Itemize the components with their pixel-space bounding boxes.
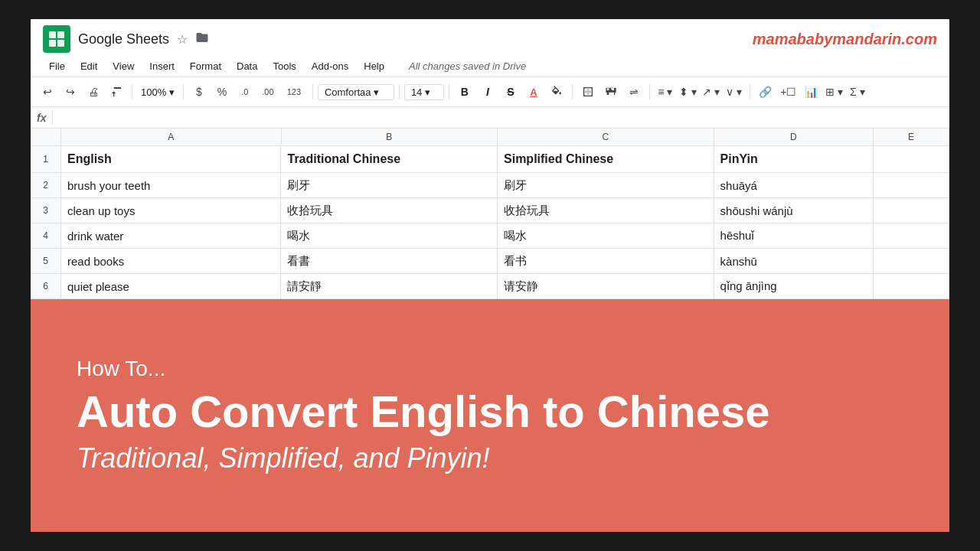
- cell-e2[interactable]: [874, 173, 949, 197]
- col-header-d[interactable]: D: [714, 129, 874, 145]
- cell-e5[interactable]: [874, 249, 949, 273]
- how-to-text: How To...: [77, 357, 903, 381]
- cell-e6[interactable]: [874, 274, 949, 298]
- title-left: Google Sheets ☆: [43, 25, 209, 53]
- row-6: 6 quiet please 請安靜 请安静 qǐng ānjìng: [31, 274, 949, 299]
- cell-c5[interactable]: 看书: [498, 249, 714, 273]
- cell-b5[interactable]: 看書: [281, 249, 498, 273]
- app-title: Google Sheets: [78, 31, 169, 47]
- function-button[interactable]: Σ ▾: [847, 81, 868, 103]
- col-header-b[interactable]: B: [282, 129, 498, 145]
- toolbar: ↩ ↪ 🖨 100% ▾ $ %: [31, 77, 949, 107]
- fx-icon: fx: [37, 112, 46, 124]
- row-num-5: 5: [31, 249, 61, 273]
- spreadsheet-grid: A B C D E 1 English Traditional Chinese …: [31, 129, 949, 299]
- print-button[interactable]: 🖨: [83, 81, 104, 103]
- text-color-button[interactable]: A: [523, 81, 544, 103]
- row-1: 1 English Traditional Chinese Simplified…: [31, 146, 949, 173]
- fill-color-button[interactable]: [546, 81, 567, 103]
- video-container: Google Sheets ☆ mamababymandarin.com Fil…: [31, 19, 949, 532]
- cell-a5[interactable]: read books: [61, 249, 281, 273]
- cell-a4[interactable]: drink water: [61, 223, 281, 248]
- menu-data[interactable]: Data: [230, 57, 263, 75]
- cell-e3[interactable]: [874, 198, 949, 223]
- rotate-text-button[interactable]: ↗ ▾: [701, 81, 722, 103]
- currency-button[interactable]: $: [188, 81, 210, 103]
- menu-bar: File Edit View Insert Format Data Tools …: [31, 56, 949, 77]
- menu-addons[interactable]: Add-ons: [305, 57, 354, 75]
- cell-d4[interactable]: hēshuǐ: [714, 223, 874, 248]
- row-2: 2 brush your teeth 刷牙 刷牙 shuāyá: [31, 173, 949, 198]
- filter-button[interactable]: ⊞ ▾: [824, 81, 845, 103]
- menu-help[interactable]: Help: [358, 57, 390, 75]
- sheets-icon-cell-1: [49, 31, 56, 38]
- cell-b1[interactable]: Traditional Chinese: [281, 146, 498, 172]
- cell-c2[interactable]: 刷牙: [498, 173, 714, 197]
- merge-cells-button[interactable]: [600, 81, 622, 103]
- cell-b3[interactable]: 收拾玩具: [281, 198, 498, 223]
- more-formats-button[interactable]: ∨ ▾: [724, 81, 745, 103]
- font-selector[interactable]: Comfortaa ▾: [318, 84, 394, 100]
- percent-button[interactable]: %: [211, 81, 233, 103]
- cell-c6[interactable]: 请安静: [498, 274, 714, 298]
- cell-b6[interactable]: 請安靜: [281, 274, 498, 298]
- subtitle: Traditional, Simplified, and Pinyin!: [77, 442, 903, 474]
- italic-button[interactable]: I: [477, 81, 498, 103]
- align-vertical-button[interactable]: ⬍ ▾: [678, 81, 699, 103]
- paint-format-button[interactable]: [106, 81, 127, 103]
- sheets-icon-cell-3: [49, 40, 56, 47]
- sep-3: [312, 84, 313, 99]
- title-bar: Google Sheets ☆ mamababymandarin.com: [31, 19, 949, 56]
- cell-d1[interactable]: PinYin: [714, 146, 874, 172]
- font-size-selector[interactable]: 14 ▾: [404, 84, 444, 100]
- col-header-c[interactable]: C: [498, 129, 714, 145]
- menu-file[interactable]: File: [43, 57, 71, 75]
- menu-edit[interactable]: Edit: [74, 57, 103, 75]
- link-button[interactable]: 🔗: [755, 81, 776, 103]
- zoom-selector[interactable]: 100% ▾: [137, 84, 178, 100]
- wrap-text-button[interactable]: ⇌: [623, 81, 645, 103]
- cell-a3[interactable]: clean up toys: [61, 198, 281, 223]
- sheets-icon: [43, 25, 70, 53]
- cell-b4[interactable]: 喝水: [281, 223, 498, 248]
- cell-b2[interactable]: 刷牙: [281, 173, 498, 197]
- menu-format[interactable]: Format: [184, 57, 227, 75]
- cell-c3[interactable]: 收拾玩具: [498, 198, 714, 223]
- decimal-decrease-button[interactable]: .0: [234, 81, 256, 103]
- redo-button[interactable]: ↪: [60, 81, 81, 103]
- align-left-button[interactable]: ≡ ▾: [655, 81, 676, 103]
- cell-d6[interactable]: qǐng ānjìng: [714, 274, 874, 298]
- decimal-increase-button[interactable]: .00: [257, 81, 279, 103]
- cell-d3[interactable]: shōushi wánjù: [714, 198, 874, 223]
- borders-button[interactable]: [577, 81, 599, 103]
- sep-5: [449, 84, 449, 99]
- cell-a1[interactable]: English: [61, 146, 281, 172]
- col-header-a[interactable]: A: [61, 129, 282, 145]
- cell-a2[interactable]: brush your teeth: [61, 173, 281, 197]
- strikethrough-button[interactable]: S: [500, 81, 521, 103]
- menu-tools[interactable]: Tools: [266, 57, 302, 75]
- cell-c1[interactable]: Simplified Chinese: [498, 146, 714, 172]
- cell-e1[interactable]: [874, 146, 949, 172]
- col-header-e[interactable]: E: [874, 129, 949, 145]
- formula-divider: [52, 111, 53, 125]
- cell-e4[interactable]: [874, 223, 949, 248]
- menu-view[interactable]: View: [106, 57, 140, 75]
- font-size-value: 14: [411, 86, 422, 98]
- comment-button[interactable]: +☐: [778, 81, 799, 103]
- cell-d5[interactable]: kànshū: [714, 249, 874, 273]
- menu-insert[interactable]: Insert: [143, 57, 181, 75]
- cell-d2[interactable]: shuāyá: [714, 173, 874, 197]
- format123-button[interactable]: 123: [280, 81, 308, 103]
- cell-a6[interactable]: quiet please: [61, 274, 281, 298]
- bold-button[interactable]: B: [454, 81, 475, 103]
- star-icon[interactable]: ☆: [177, 32, 188, 47]
- row-num-1: 1: [31, 146, 61, 172]
- undo-button[interactable]: ↩: [37, 81, 58, 103]
- folder-icon[interactable]: [195, 31, 209, 47]
- cell-c4[interactable]: 喝水: [498, 223, 714, 248]
- sheets-logo: [49, 31, 64, 47]
- chart-button[interactable]: 📊: [801, 81, 822, 103]
- sheets-ui: Google Sheets ☆ mamababymandarin.com Fil…: [31, 19, 949, 299]
- brand-text: mamababymandarin.com: [753, 31, 937, 48]
